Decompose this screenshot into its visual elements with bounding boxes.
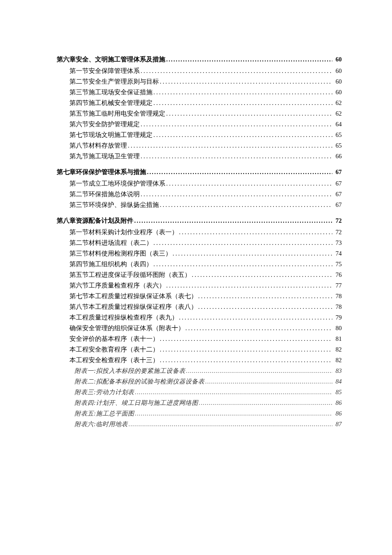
toc-page-number: 60 — [332, 78, 342, 85]
toc-page-number: 72 — [332, 229, 342, 236]
toc-section-row: 第一节材料采购计划作业程序（表一）.......................… — [69, 228, 342, 236]
toc-entry-label: 第五节工程进度保证手段循环图附（表五） — [69, 271, 191, 279]
toc-page-number: 84 — [332, 378, 342, 385]
toc-section-row: 第七节本工程质量过程操纵保证体系（表七）....................… — [69, 292, 342, 300]
toc-section-row: 第八节本工程质量过程操纵保证程序（表八）....................… — [69, 303, 342, 311]
toc-page-number: 65 — [332, 142, 342, 149]
toc-entry-label: 第七节本工程质量过程操纵保证体系（表七） — [69, 292, 197, 300]
toc-section-row: 第五节工程进度保证手段循环图附（表五）.....................… — [69, 271, 342, 279]
toc-page-number: 67 — [332, 169, 342, 176]
toc-section-row: 第三节环境保护、操纵扬尘措施..........................… — [69, 201, 342, 209]
toc-page-number: 64 — [332, 121, 342, 128]
toc-entry-label: 附表一:拟投入本标段的要紧施工设备表 — [75, 367, 185, 375]
toc-page-number: 78 — [332, 303, 342, 311]
toc-page-number: 75 — [332, 261, 342, 268]
toc-page-number: 67 — [332, 191, 342, 198]
toc-leader-dots: ........................................… — [153, 131, 332, 139]
toc-entry-label: 第六章安全、文明施工管理体系及措施 — [57, 55, 165, 64]
toc-section-row: 第七节现场文明施工管理规定...........................… — [69, 131, 342, 139]
toc-entry-label: 本工程安全检查程序（表十三） — [69, 356, 159, 364]
toc-leader-dots: ........................................… — [178, 229, 332, 236]
toc-entry-label: 本工程质量过程操纵检查程序（表九） — [69, 314, 178, 322]
toc-entry-label: 第二节安全生产管理原则与目标 — [69, 78, 159, 86]
table-of-contents: 第六章安全、文明施工管理体系及措施.......................… — [57, 55, 342, 428]
toc-page-number: 60 — [332, 67, 342, 75]
toc-leader-dots: ........................................… — [159, 201, 332, 209]
toc-entry-label: 确保安全管理的组织保证体系（附表十） — [69, 324, 184, 332]
toc-entry-label: 第八节材料存放管理 — [69, 142, 127, 150]
toc-entry-label: 第七节现场文明施工管理规定 — [69, 131, 153, 139]
toc-leader-dots: ........................................… — [159, 335, 332, 343]
toc-section-row: 第六节工序质量检查程序（表六）.........................… — [69, 282, 342, 290]
toc-leader-dots: ........................................… — [197, 293, 332, 300]
toc-chapter-row: 第八章资源配备计划及附件............................… — [57, 217, 342, 225]
toc-entry-label: 第四节施工组织机构（表四） — [69, 260, 153, 268]
toc-section-row: 本工程安全检查程序（表十三）..........................… — [69, 356, 342, 364]
toc-section-row: 第九节施工现场卫生管理.............................… — [69, 152, 342, 160]
toc-entry-label: 第八节本工程质量过程操纵保证程序（表八） — [69, 303, 197, 311]
toc-leader-dots: ........................................… — [184, 325, 332, 332]
toc-entry-label: 第六节安全防护管理规定 — [69, 120, 140, 128]
toc-section-row: 第六节安全防护管理规定.............................… — [69, 120, 342, 128]
toc-leader-dots: ........................................… — [153, 99, 332, 107]
toc-page-number: 81 — [332, 335, 342, 343]
toc-entry-label: 第三节环境保护、操纵扬尘措施 — [69, 201, 159, 209]
toc-entry-label: 附表四:计划开、竣工日期与施工进度网络图 — [75, 399, 198, 407]
toc-entry-label: 附表二:拟配备本标段的试验与检测仪器设备表 — [75, 378, 205, 386]
toc-page-number: 82 — [332, 346, 342, 353]
toc-entry-label: 第九节施工现场卫生管理 — [69, 152, 140, 160]
toc-entry-label: 第七章环保保护管理体系与措施 — [57, 168, 146, 176]
toc-leader-dots: ........................................… — [165, 56, 332, 63]
toc-leader-dots: ........................................… — [159, 78, 332, 85]
toc-entry-label: 第一节成立工地环境保护管理体系 — [69, 180, 165, 188]
toc-leader-dots: ........................................… — [140, 121, 332, 128]
toc-attachment-row: 附表一:拟投入本标段的要紧施工设备表......................… — [75, 367, 342, 375]
toc-attachment-row: 附表三:劳动力计划表..............................… — [75, 388, 342, 396]
toc-leader-dots: ........................................… — [134, 410, 332, 417]
toc-leader-dots: ........................................… — [159, 357, 332, 364]
toc-entry-label: 第二节材料进场流程（表二） — [69, 239, 153, 247]
toc-attachment-row: 附表四:计划开、竣工日期与施工进度网络图....................… — [75, 399, 342, 407]
toc-page-number: 66 — [332, 153, 342, 160]
toc-page-number: 83 — [332, 367, 342, 375]
toc-entry-label: 第三节施工现场安全保证措施 — [69, 88, 153, 96]
toc-page-number: 62 — [332, 99, 342, 107]
toc-leader-dots: ........................................… — [153, 261, 332, 268]
toc-section-row: 第二节安全生产管理原则与目标..........................… — [69, 78, 342, 86]
toc-entry-label: 附表六:临时用地表 — [75, 420, 128, 428]
toc-page-number: 67 — [332, 180, 342, 187]
toc-page-number: 86 — [332, 399, 342, 407]
toc-chapter-row: 第七章环保保护管理体系与措施..........................… — [57, 168, 342, 176]
toc-entry-label: 附表五:施工总平面图 — [75, 410, 134, 418]
toc-entry-label: 安全评价的基本程序（表十一） — [69, 335, 159, 343]
toc-section-row: 第四节施工机械安全管理规定...........................… — [69, 99, 342, 107]
toc-section-row: 第一节安全保障管理体系.............................… — [69, 67, 342, 75]
toc-section-row: 第二节材料进场流程（表二）...........................… — [69, 239, 342, 247]
toc-entry-label: 第一节材料采购计划作业程序（表一） — [69, 228, 178, 236]
toc-section-row: 第五节施工临时用电安全管理规定.........................… — [69, 110, 342, 118]
toc-entry-label: 第六节工序质量检查程序（表六） — [69, 282, 165, 290]
toc-section-row: 第三节材料使用检测程序图（表三）........................… — [69, 250, 342, 258]
toc-section-row: 确保安全管理的组织保证体系（附表十）......................… — [69, 324, 342, 332]
toc-leader-dots: ........................................… — [140, 153, 332, 160]
toc-page-number: 62 — [332, 110, 342, 117]
toc-leader-dots: ........................................… — [127, 142, 332, 149]
toc-section-row: 安全评价的基本程序（表十一）..........................… — [69, 335, 342, 343]
toc-leader-dots: ........................................… — [172, 250, 332, 257]
toc-page-number: 72 — [332, 217, 342, 224]
toc-entry-label: 附表三:劳动力计划表 — [75, 388, 134, 396]
toc-page-number: 60 — [332, 89, 342, 96]
toc-leader-dots: ........................................… — [198, 399, 332, 407]
toc-entry-label: 第四节施工机械安全管理规定 — [69, 99, 153, 107]
toc-section-row: 第三节施工现场安全保证措施...........................… — [69, 88, 342, 96]
toc-leader-dots: ........................................… — [205, 378, 332, 385]
toc-page-number: 78 — [332, 293, 342, 300]
toc-leader-dots: ........................................… — [159, 346, 332, 353]
toc-leader-dots: ........................................… — [133, 217, 332, 224]
toc-leader-dots: ........................................… — [185, 367, 332, 375]
toc-leader-dots: ........................................… — [165, 180, 332, 187]
toc-section-row: 第八节材料存放管理...............................… — [69, 142, 342, 150]
toc-page-number: 60 — [332, 56, 342, 63]
toc-entry-label: 第三节材料使用检测程序图（表三） — [69, 250, 172, 258]
toc-page-number: 74 — [332, 250, 342, 257]
